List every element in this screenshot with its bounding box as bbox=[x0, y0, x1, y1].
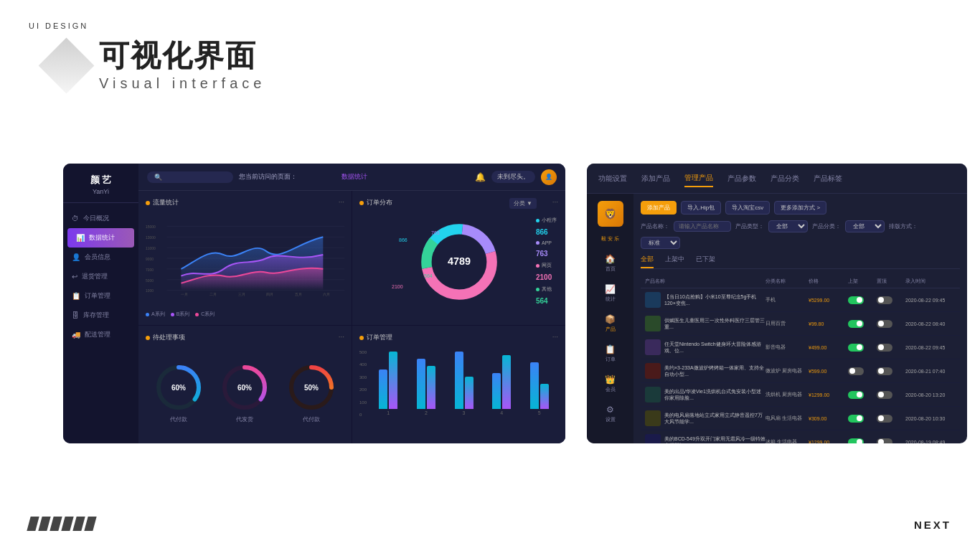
nav-item-inventory[interactable]: 🗄 库存管理 bbox=[63, 306, 138, 325]
right-nav-features[interactable]: 功能设置 bbox=[598, 171, 627, 187]
top-toggle-1[interactable] bbox=[877, 320, 892, 328]
nav-label-stats: 数据统计 bbox=[89, 233, 115, 242]
progress-circles: 60% 代付款 bbox=[146, 349, 344, 435]
order-more[interactable]: ··· bbox=[552, 198, 558, 206]
nav-label-members: 会员信息 bbox=[85, 253, 110, 262]
user-chip[interactable]: 未到尽头。 bbox=[491, 171, 535, 183]
shelf-toggle-1[interactable] bbox=[848, 320, 864, 328]
right-toolbar: 添加产品 导入.Hip包 导入淘宝csv 更多添加方式 > bbox=[641, 201, 960, 215]
right-dashboard: 功能设置 添加产品 管理产品 产品参数 产品分类 产品标签 🦁 毅 安 乐 🏠 … bbox=[587, 164, 967, 443]
search-box[interactable]: 🔍 bbox=[147, 171, 233, 183]
add-product-btn[interactable]: 添加产品 bbox=[641, 201, 677, 215]
filter-type-select[interactable]: 全部 bbox=[768, 220, 808, 232]
top-toggle-4[interactable] bbox=[877, 391, 892, 399]
svg-text:六月: 六月 bbox=[323, 292, 330, 296]
breadcrumb: 您当前访问的页面： bbox=[239, 172, 336, 182]
order-mgmt-more[interactable]: ··· bbox=[552, 333, 558, 341]
r-nav-stats[interactable]: 📈 统计 bbox=[587, 280, 633, 307]
nav-icon-orders: 📋 bbox=[72, 292, 80, 300]
order-dist-panel: 订单分布 分类 ▼ ··· 小程序 866 APP 763 网页 2100 其他… bbox=[352, 191, 565, 325]
prog-label-2: 代发货 bbox=[236, 415, 253, 423]
table-header: 产品名称 分类名称 价格 上架 置顶 录入时间 bbox=[641, 275, 960, 288]
r-nav-orders-icon: 📋 bbox=[605, 344, 616, 354]
tab-on-shelf[interactable]: 上架中 bbox=[665, 255, 684, 268]
r-nav-orders[interactable]: 📋 订单 bbox=[587, 340, 633, 367]
top-toggle-5[interactable] bbox=[877, 415, 892, 423]
shelf-toggle-6[interactable] bbox=[848, 438, 864, 444]
order-sort-btn[interactable]: 分类 ▼ bbox=[509, 198, 537, 209]
prog-item-1: 60% 代付款 bbox=[154, 362, 204, 423]
nav-item-members[interactable]: 👤 会员信息 bbox=[63, 248, 138, 267]
shelf-toggle-2[interactable] bbox=[848, 344, 864, 352]
table-row: 供赋医生儿童医用三一次性外科医疗三层管三重... 日用百货 ¥99.80 202… bbox=[641, 312, 960, 336]
hero-title: 可视化界面 bbox=[99, 39, 265, 72]
nav-item-orders[interactable]: 📋 订单管理 bbox=[63, 286, 138, 306]
shelf-toggle-5[interactable] bbox=[848, 415, 864, 423]
svg-text:一月: 一月 bbox=[181, 293, 188, 296]
nav-icon-overview: ⏱ bbox=[72, 215, 79, 222]
hero-subtitle: Visual interface bbox=[99, 75, 265, 92]
main-content: 🔍 您当前访问的页面： 数据统计 🔔 未到尽头。 👤 流量统计 ··· bbox=[138, 164, 565, 443]
user-avatar[interactable]: 👤 bbox=[541, 169, 557, 185]
products-list: 【当日10点抢购】小米10至尊纪念5g手机120×变焦... 手机 ¥5299.… bbox=[641, 288, 960, 443]
order-mgmt-title: 订单管理 bbox=[359, 333, 558, 342]
r-nav-home[interactable]: 🏠 首页 bbox=[587, 250, 633, 277]
ui-design-label: UI DESIGN bbox=[29, 22, 88, 30]
right-nav-category[interactable]: 产品分类 bbox=[771, 171, 799, 187]
filter-sort-select[interactable]: 标准 bbox=[641, 237, 680, 249]
order-mgmt-dot bbox=[359, 336, 364, 340]
nav-icon-stats: 📊 bbox=[76, 234, 85, 242]
brand-name-cn: 颜 艺 bbox=[70, 174, 131, 187]
shelf-toggle-3[interactable] bbox=[848, 367, 864, 375]
th-date: 录入时间 bbox=[905, 278, 956, 285]
filter-category-label: 产品分类： bbox=[812, 222, 841, 230]
th-name: 产品名称 bbox=[645, 278, 765, 285]
nav-item-stats[interactable]: 📊 数据统计 bbox=[67, 228, 134, 248]
nav-item-returns[interactable]: ↩ 退货管理 bbox=[63, 267, 138, 286]
nav-item-overview[interactable]: ⏱ 今日概况 bbox=[63, 209, 138, 228]
r-nav-stats-label: 统计 bbox=[606, 296, 616, 303]
val-763: 763 bbox=[431, 230, 440, 235]
right-nav-add-product[interactable]: 添加产品 bbox=[641, 171, 670, 187]
flow-title-dot bbox=[146, 201, 150, 205]
r-nav-products-icon: 📦 bbox=[605, 314, 616, 324]
product-tabs: 全部 上架中 已下架 bbox=[641, 255, 960, 269]
filter-name-input[interactable] bbox=[674, 221, 731, 232]
top-toggle-2[interactable] bbox=[877, 344, 892, 352]
flow-chart-more[interactable]: ··· bbox=[339, 198, 344, 206]
svg-text:60%: 60% bbox=[237, 384, 252, 392]
next-button[interactable]: NEXT bbox=[914, 519, 951, 531]
notification-bell[interactable]: 🔔 bbox=[475, 172, 486, 182]
pending-more[interactable]: ··· bbox=[339, 333, 344, 341]
right-nav-params[interactable]: 产品参数 bbox=[727, 171, 756, 187]
filter-category-select[interactable]: 全部 bbox=[845, 220, 885, 232]
r-nav-products[interactable]: 📦 产品 bbox=[587, 310, 633, 337]
filter-type-label: 产品类型： bbox=[735, 222, 764, 230]
import-hip-btn[interactable]: 导入.Hip包 bbox=[681, 201, 721, 215]
nav-item-delivery[interactable]: 🚚 配送管理 bbox=[63, 325, 138, 344]
left-sidebar: 颜 艺 YanYi ⏱ 今日概况 📊 数据统计 👤 会员信息 ↩ 退货管理 📋 bbox=[63, 164, 138, 443]
shelf-toggle-0[interactable] bbox=[848, 296, 864, 304]
brand-area: 颜 艺 YanYi bbox=[63, 164, 138, 203]
flow-chart-svg: 15000 13000 11000 9000 7000 5000 1000 一月… bbox=[146, 212, 344, 305]
right-nav-tags[interactable]: 产品标签 bbox=[814, 171, 842, 187]
top-toggle-0[interactable] bbox=[877, 296, 892, 304]
right-nav-manage-product[interactable]: 管理产品 bbox=[684, 170, 713, 187]
brand-name-en: YanYi bbox=[70, 188, 131, 195]
th-category: 分类名称 bbox=[765, 278, 809, 285]
r-nav-settings[interactable]: ⚙ 设置 bbox=[587, 400, 633, 428]
prog-item-2: 60% 代发货 bbox=[220, 362, 270, 423]
tab-all[interactable]: 全部 bbox=[641, 255, 654, 268]
shelf-toggle-4[interactable] bbox=[848, 391, 864, 399]
table-row: 美的电风扇落地站立式家用立式静音遥控7万大风节能学... 电风扇 生活电器 ¥3… bbox=[641, 407, 960, 430]
r-nav-members[interactable]: 👑 会员 bbox=[587, 370, 633, 397]
more-add-btn[interactable]: 更多添加方式 > bbox=[774, 201, 826, 215]
import-taobao-btn[interactable]: 导入淘宝csv bbox=[725, 201, 770, 215]
top-toggle-6[interactable] bbox=[877, 438, 892, 444]
filter-sort-label: 排版方式： bbox=[889, 222, 918, 230]
tab-off-shelf[interactable]: 已下架 bbox=[696, 255, 715, 268]
nav-label-returns: 退货管理 bbox=[82, 272, 108, 281]
svg-text:5000: 5000 bbox=[146, 279, 154, 283]
r-nav-members-icon: 👑 bbox=[605, 375, 616, 385]
top-toggle-3[interactable] bbox=[877, 367, 892, 375]
